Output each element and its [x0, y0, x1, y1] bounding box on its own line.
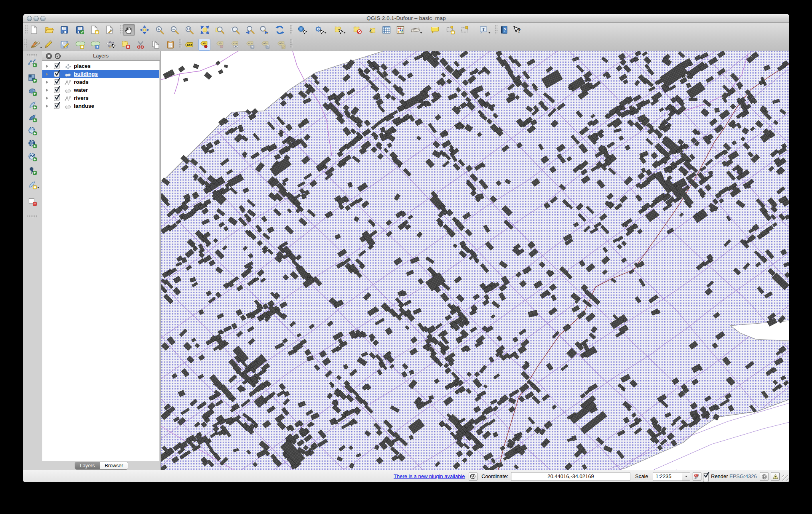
layer-label[interactable]: places	[74, 63, 91, 69]
identify-features-button[interactable]: i	[296, 24, 308, 36]
layer-row-places[interactable]: places	[42, 62, 159, 70]
deselect-features-button[interactable]	[351, 24, 363, 36]
layer-checkbox[interactable]	[54, 87, 59, 93]
change-label-button[interactable]: abc	[275, 39, 287, 51]
layer-row-rivers[interactable]: rivers	[42, 94, 159, 102]
delete-selected-button[interactable]	[120, 39, 132, 51]
select-by-expression-button[interactable]: ε	[366, 24, 378, 36]
current-edits-button[interactable]	[29, 39, 41, 51]
run-feature-action-dropdown-arrow[interactable]	[324, 32, 327, 34]
layer-label[interactable]: roads	[74, 79, 89, 85]
zoom-to-layer-button[interactable]	[229, 24, 241, 36]
resize-grip[interactable]	[782, 475, 788, 481]
zoom-out-button[interactable]	[168, 24, 180, 36]
scale-dropdown-arrow[interactable]	[682, 472, 690, 480]
move-label-button[interactable]: abc	[244, 39, 256, 51]
add-spatialite-layer-button[interactable]	[26, 99, 38, 111]
layer-checkbox[interactable]	[54, 79, 59, 85]
add-mssql-layer-button[interactable]	[26, 112, 38, 124]
open-project-button[interactable]	[43, 24, 55, 36]
expand-arrow-icon[interactable]	[46, 73, 48, 76]
layer-label[interactable]: rivers	[74, 95, 89, 101]
plugin-available-link[interactable]: There is a new plugin available	[394, 472, 465, 481]
highlight-pinned-labels-button[interactable]: ab	[214, 39, 226, 51]
new-composer-button[interactable]	[89, 24, 101, 36]
layer-row-roads[interactable]: roads	[42, 78, 159, 86]
expand-arrow-icon[interactable]	[46, 65, 48, 68]
select-features-dropdown-arrow[interactable]	[343, 32, 346, 34]
new-project-button[interactable]	[28, 24, 40, 36]
new-shapefile-layer-dropdown-arrow[interactable]	[37, 187, 40, 188]
layer-checkbox[interactable]	[54, 63, 59, 69]
zoom-to-selection-button[interactable]	[214, 24, 226, 36]
add-wfs-layer-button[interactable]	[26, 151, 38, 163]
layer-checkbox[interactable]	[54, 103, 59, 109]
show-hide-labels-button[interactable]: abc	[229, 39, 241, 51]
save-project-as-button[interactable]	[74, 24, 86, 36]
zoom-next-button[interactable]	[258, 24, 270, 36]
measure-line-dropdown-arrow[interactable]	[420, 32, 422, 34]
expand-arrow-icon[interactable]	[46, 97, 48, 100]
composer-manager-button[interactable]	[104, 24, 116, 36]
expand-arrow-icon[interactable]	[46, 105, 48, 108]
text-annotation-dropdown-arrow[interactable]	[488, 32, 491, 34]
layer-row-water[interactable]: water	[42, 86, 159, 94]
panel-tab-layers[interactable]: Layers	[75, 462, 100, 469]
layer-label[interactable]: water	[74, 87, 88, 93]
layer-checkbox[interactable]	[54, 95, 59, 101]
layer-checkbox[interactable]	[54, 71, 59, 77]
pan-to-selection-button[interactable]	[139, 24, 151, 36]
zoom-full-button[interactable]	[199, 24, 211, 36]
layer-label[interactable]: landuse	[74, 103, 94, 109]
crs-status-button[interactable]	[760, 472, 768, 481]
add-raster-layer-button[interactable]	[26, 72, 38, 84]
zoom-actual-button[interactable]: 1:1	[183, 24, 195, 36]
new-shapefile-layer-button[interactable]	[26, 179, 38, 191]
toggle-editing-button[interactable]	[42, 39, 54, 51]
new-bookmark-button[interactable]	[444, 24, 456, 36]
add-vector-layer-button[interactable]	[26, 57, 38, 69]
add-postgis-layer-button[interactable]	[26, 85, 38, 97]
run-feature-action-button[interactable]	[313, 24, 325, 36]
remove-layer-button[interactable]	[26, 196, 38, 208]
layer-label[interactable]: buildings	[74, 71, 98, 77]
pan-map-button[interactable]	[123, 24, 135, 36]
stop-render-button[interactable]	[693, 472, 701, 481]
move-feature-button[interactable]	[89, 39, 101, 51]
text-annotation-button[interactable]: T	[477, 24, 489, 36]
help-contents-button[interactable]: ?	[498, 24, 510, 36]
select-features-button[interactable]	[333, 24, 345, 36]
layer-row-landuse[interactable]: landuse	[42, 102, 159, 110]
show-bookmarks-button[interactable]	[459, 24, 471, 36]
map-svg[interactable]	[161, 51, 789, 470]
expand-arrow-icon[interactable]	[46, 81, 48, 84]
zoom-in-button[interactable]	[154, 24, 166, 36]
add-delimited-text-layer-button[interactable]	[26, 164, 38, 176]
zoom-last-button[interactable]	[244, 24, 256, 36]
labeling-button[interactable]: abc	[183, 39, 195, 51]
node-tool-button[interactable]	[105, 39, 117, 51]
message-log-button[interactable]	[771, 472, 780, 481]
pin-labels-button[interactable]: ab	[198, 39, 210, 51]
plugin-button[interactable]	[469, 472, 477, 481]
whats-this-button[interactable]: ?	[511, 24, 523, 36]
rotate-label-button[interactable]: abc	[259, 39, 271, 51]
add-feature-button[interactable]	[74, 39, 86, 51]
save-project-button[interactable]	[58, 24, 70, 36]
copy-features-button[interactable]	[150, 39, 162, 51]
map-canvas[interactable]	[160, 51, 789, 470]
layer-row-buildings[interactable]: buildings	[42, 70, 159, 78]
scale-combobox[interactable]: 1:2235	[653, 472, 690, 481]
coordinate-input[interactable]: 20.44016,-34.02169	[511, 472, 630, 481]
refresh-map-button[interactable]	[274, 24, 286, 36]
expand-arrow-icon[interactable]	[46, 89, 48, 92]
add-wms-layer-button[interactable]	[26, 125, 38, 137]
open-attribute-table-button[interactable]	[380, 24, 392, 36]
cut-features-button[interactable]	[135, 39, 147, 51]
map-tips-button[interactable]	[429, 24, 441, 36]
add-wcs-layer-button[interactable]	[26, 138, 38, 150]
measure-line-button[interactable]	[409, 24, 421, 36]
paste-features-button[interactable]	[164, 39, 176, 51]
save-layer-edits-button[interactable]	[58, 39, 70, 51]
title-bar[interactable]: QGIS 2.0.1-Dufour – basic_map	[23, 14, 789, 23]
